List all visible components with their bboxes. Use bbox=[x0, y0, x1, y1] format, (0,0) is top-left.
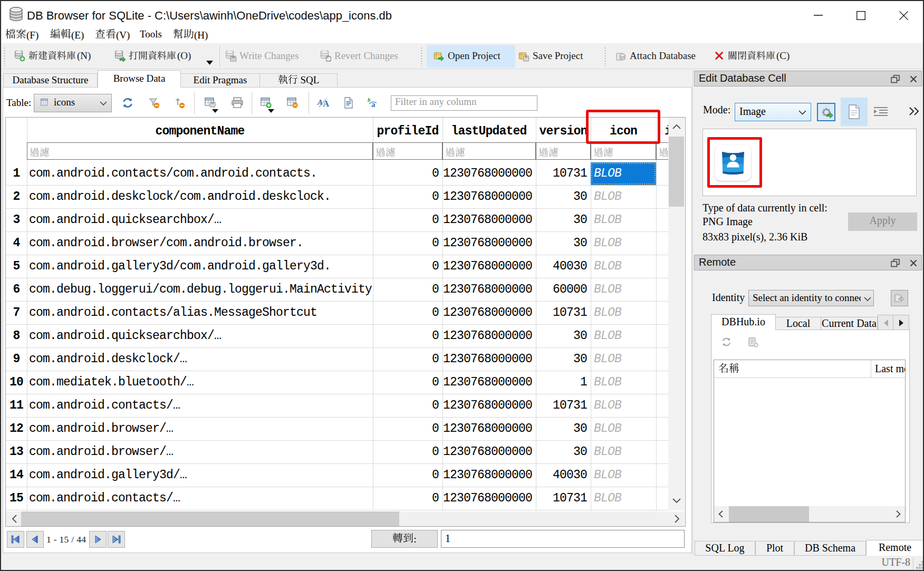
svg-text:A: A bbox=[323, 99, 330, 109]
svg-text:b: b bbox=[368, 96, 371, 103]
svg-text:a: a bbox=[371, 100, 376, 109]
svg-text:A: A bbox=[317, 98, 323, 107]
